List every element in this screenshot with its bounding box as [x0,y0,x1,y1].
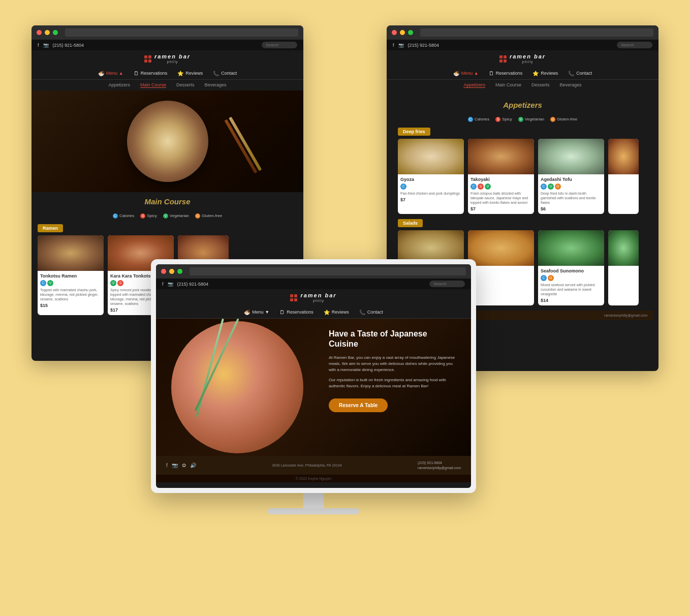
nav-reservations-left[interactable]: 🗒 Reservations [134,71,168,76]
sub-nav-right: Appetizers Main Course Desserts Beverage… [387,80,658,90]
search-input-front[interactable] [429,281,465,287]
minimize-dot-front[interactable] [169,269,174,274]
legend-veg-app: V Vegetarian [518,117,544,122]
top-bar-left: f 📷 (215) 921-5804 [32,40,303,50]
maximize-dot-front[interactable] [177,269,182,274]
close-dot-front[interactable] [161,269,166,274]
footer-social-icons: f 📷 ✿ 🔊 [166,463,196,468]
nav-contact-left[interactable]: 📞 Contact [213,71,237,76]
tofu-price: $6 [541,206,602,211]
logo-text-left: ramen bar philly [154,53,191,65]
logo-sub-right: philly [510,60,546,64]
nav-reviews-front[interactable]: ⭐ Reviews [324,310,349,315]
footer-contact: (215) 921-5804 ramenborphilly@gmail.com [418,461,461,470]
takoyaki-price: $7 [471,206,531,211]
nav-bar-front: 🍜 Menu ▼ 🗒 Reservations ⭐ Reviews 📞 [156,306,471,319]
logo-cell-4 [148,59,151,63]
reviews-icon-right: ⭐ [532,71,539,76]
takoyaki-body: Takoyaki C S V Fried octopus balls drizz… [468,174,534,214]
tonkotsu-badge-cal: C [40,280,46,286]
chopsticks-hero [224,119,257,173]
takoyaki-card: Takoyaki C S V Fried octopus balls drizz… [468,139,534,214]
maximize-dot-right[interactable] [408,30,413,35]
legend-appetizers: C Calories S Spicy V Vegetarian G Gluten… [392,114,653,125]
salad2-body [468,266,534,272]
monitor-base [268,508,359,514]
sunomono-card: Seafood Sunomono C G Mixed seafood serve… [538,230,604,305]
search-input-left[interactable] [262,42,297,48]
hero-image-left [32,90,303,192]
nav-reservations-front[interactable]: 🗒 Reservations [279,310,313,315]
top-bar-social-front: f 📷 (215) 921-5804 [162,282,208,287]
gf-dot-app: G [550,117,555,122]
browser-toolbar-front [156,264,471,279]
search-input-right[interactable] [617,42,652,48]
top-bar-search-front [429,281,465,287]
spicy-dot: S [140,213,145,219]
nav-menu-front[interactable]: 🍜 Menu ▼ [244,310,269,315]
nav-contact-label-left: Contact [221,71,237,76]
sub-nav-beverages-right[interactable]: Beverages [560,82,582,88]
window-front: f 📷 (215) 921-5804 [156,264,471,488]
facebook-icon: f [38,43,39,48]
nav-contact-front[interactable]: 📞 Contact [359,310,383,315]
reservations-icon-left: 🗒 [134,71,139,76]
url-bar-left[interactable] [65,28,298,37]
nav-reviews-right[interactable]: ⭐ Reviews [532,71,558,76]
gf-label-app: Gluten-free [557,117,577,121]
url-bar-right[interactable] [420,28,653,37]
legend-vegetarian: V Vegetarian [163,213,189,219]
close-dot[interactable] [37,30,42,35]
sunomono-desc: Mixed seafood served with pickled cucumb… [541,283,602,296]
sub-nav-appetizers-left[interactable]: Appetizers [108,82,130,88]
url-bar-front[interactable] [190,267,466,275]
logo-text-right: ramen bar philly [510,53,546,65]
section-title-main: Main Course [32,192,303,211]
gyoza-price: $7 [400,197,461,202]
nav-reservations-right[interactable]: 🗒 Reservations [489,71,523,76]
phone-number-left: (215) 921-5804 [53,43,84,48]
nav-contact-label-front: Contact [367,310,383,315]
logo-sub-front: philly [300,299,336,303]
nav-menu-label-front: Menu ▼ [252,310,269,315]
instagram-icon-front: 📷 [168,282,173,287]
nav-contact-right[interactable]: 📞 Contact [568,71,592,76]
minimize-dot-right[interactable] [400,30,405,35]
reservations-icon-front: 🗒 [279,310,285,315]
sub-nav-desserts-left[interactable]: Desserts [176,82,195,88]
karakara-badge-veg: V [110,280,116,286]
salads-label: Salads [398,219,423,227]
legend-spicy-app: S Spicy [495,117,512,122]
logo-text-front: ramen bar philly [300,292,336,303]
partial-card-right [608,139,639,214]
close-dot-right[interactable] [392,30,397,35]
top-bar-social-right: f 📷 (215) 921-5804 [393,43,439,48]
reserve-button[interactable]: Reserve A Table [329,398,388,412]
legend-main: C Calories S Spicy V Vegetarian G Gluten… [32,211,303,221]
nav-menu-right[interactable]: 🍜 Menu ▲ [453,71,479,76]
minimize-dot[interactable] [45,30,50,35]
gyoza-badge-cal: C [400,183,406,190]
tonkotsu-card: Tonkotsu Ramen C V Topped with marinated… [38,235,104,315]
spicy-label: Spicy [147,213,157,218]
tofu-badge-veg: V [548,183,554,190]
takoyaki-badge-cal: C [471,183,477,190]
sub-nav-beverages-left[interactable]: Beverages [205,82,227,88]
nav-menu-left[interactable]: 🍜 Menu ▲ [98,71,123,76]
sub-nav-main-right[interactable]: Main Course [495,82,521,88]
browser-toolbar-left [32,25,303,40]
logo-cell-2 [148,55,151,58]
sunomono-badge-cal: C [541,275,547,281]
sub-nav-appetizers-right[interactable]: Appetizers [463,82,485,88]
salad2-card [468,230,534,305]
home-text-area: Have a Taste of Japanese Cuisine At Rame… [329,329,456,413]
legend-cal-app: C Calories [468,117,489,122]
sub-nav-main-left[interactable]: Main Course [140,82,166,88]
nav-reviews-left[interactable]: ⭐ Reviews [177,71,203,76]
calories-label: Calories [119,213,134,218]
maximize-dot[interactable] [53,30,58,35]
sub-nav-desserts-right[interactable]: Desserts [531,82,550,88]
nav-reviews-label-front: Reviews [332,310,349,315]
logo-grid-front [290,294,297,301]
monitor-body: f 📷 (215) 921-5804 [151,259,476,493]
